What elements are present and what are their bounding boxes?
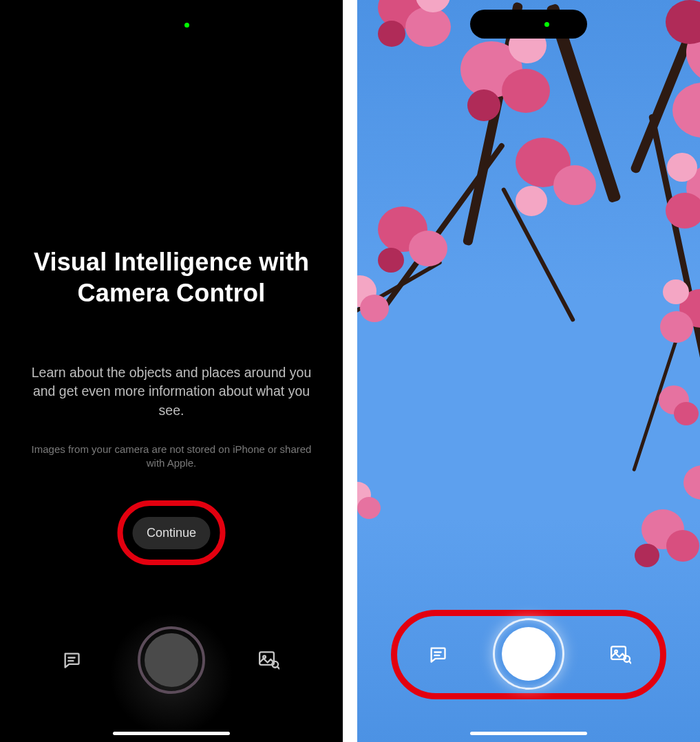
shutter-button[interactable] (138, 626, 205, 694)
svg-line-5 (277, 667, 279, 669)
svg-line-11 (629, 661, 631, 664)
screenshot-gap (343, 0, 357, 742)
home-indicator[interactable] (113, 732, 230, 735)
home-indicator[interactable] (470, 732, 587, 735)
continue-button-label: Continue (147, 526, 196, 540)
left-phone: Visual Intelligence with Camera Control … (0, 0, 343, 742)
shutter-button-inner (145, 633, 198, 687)
image-search-icon[interactable] (611, 645, 631, 664)
chat-bubble-icon[interactable] (62, 650, 81, 670)
dual-screenshot-container: Visual Intelligence with Camera Control … (0, 0, 700, 742)
shutter-button[interactable] (493, 618, 564, 690)
dynamic-island (470, 10, 587, 39)
onboarding-title: Visual Intelligence with Camera Control (0, 246, 343, 308)
shutter-button-inner (502, 627, 555, 681)
image-search-icon[interactable] (259, 650, 279, 670)
continue-button[interactable]: Continue (133, 517, 211, 549)
onboarding-disclaimer: Images from your camera are not stored o… (0, 443, 343, 471)
camera-indicator-dot (184, 23, 189, 28)
camera-indicator-dot (544, 22, 549, 27)
right-phone (357, 0, 700, 742)
onboarding-description: Learn about the objects and places aroun… (0, 363, 343, 420)
chat-bubble-icon[interactable] (428, 645, 447, 664)
